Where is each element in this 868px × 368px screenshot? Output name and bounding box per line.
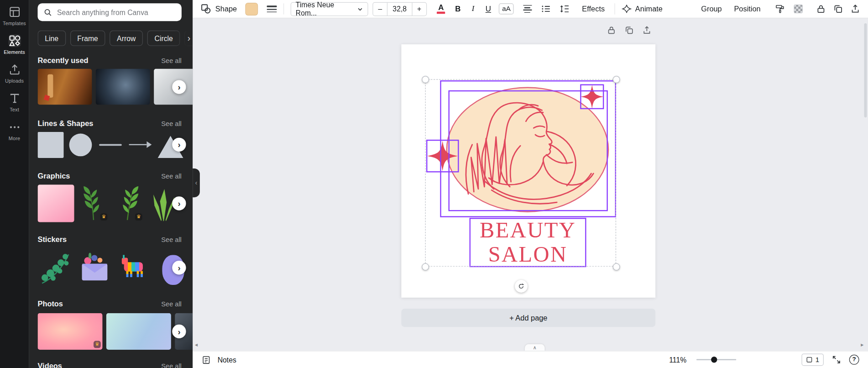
shape-circle[interactable] [68,131,94,158]
graphic-plant-sprig[interactable] [78,184,109,222]
font-size-value[interactable]: 32,8 [387,2,412,15]
chip-line[interactable]: Line [37,31,65,46]
lock-icon[interactable] [816,4,826,14]
effects-button[interactable]: Effects [582,5,605,13]
zoom-slider[interactable] [696,359,736,360]
group-button[interactable]: Group [701,5,722,13]
canvas-area[interactable]: BEAUTY SALON + Add page [193,18,868,351]
graphic-pink-gradient[interactable] [37,184,74,222]
page-indicator[interactable]: 1 [801,353,823,366]
hide-toolbar-chevron-icon[interactable] [525,344,545,351]
page-lock-icon[interactable] [607,26,616,35]
lines-shapes-next-button[interactable] [172,138,186,152]
transparency-icon[interactable] [794,5,802,13]
photo-teal-blue-gradient[interactable] [106,313,171,350]
zoom-slider-knob[interactable] [711,357,717,363]
duplicate-icon[interactable] [833,4,843,14]
page-duplicate-icon[interactable] [624,26,634,35]
sidebar-label: Elements [4,49,25,55]
stickers-row [37,249,193,287]
pro-crown-icon [94,341,101,348]
see-all-recently-used[interactable]: See all [161,57,182,65]
sidebar-item-elements[interactable]: Elements [0,30,29,59]
shape-line[interactable] [97,131,123,158]
line-spacing-icon[interactable] [560,4,570,14]
chips-next-icon[interactable] [174,31,193,46]
fullscreen-icon[interactable] [831,355,842,365]
font-size-decrease-button[interactable]: – [373,2,387,15]
sidebar-item-uploads[interactable]: Uploads [0,59,29,88]
recently-used-next-button[interactable] [172,80,186,94]
graphic-plant-branch[interactable] [113,184,144,222]
animate-button[interactable]: Animate [635,5,663,13]
position-button[interactable]: Position [734,5,760,13]
sidebar-item-text[interactable]: Text [0,88,29,116]
font-size-increase-button[interactable]: + [412,2,426,15]
see-all-lines-shapes[interactable]: See all [161,120,182,127]
text-align-icon[interactable] [523,5,533,13]
chip-arrow[interactable]: Arrow [110,31,143,46]
text-icon [8,92,21,105]
rotate-icon [518,283,525,290]
sidebar-item-more[interactable]: More [0,116,29,145]
recent-image-dark-portrait[interactable] [96,69,150,105]
sticker-envelope-flowers[interactable] [77,249,113,287]
scroll-right-arrow-icon[interactable] [861,342,863,347]
italic-button[interactable]: I [467,5,479,13]
notes-icon[interactable] [202,355,211,364]
shape-tool-icon[interactable] [200,3,211,14]
see-all-videos[interactable]: See all [161,363,182,368]
animate-sparkle-icon[interactable] [622,4,632,14]
selection-handle-bottom-right[interactable] [612,263,620,270]
chip-frame[interactable]: Frame [70,31,105,46]
page-share-icon[interactable] [642,26,652,35]
rotate-handle[interactable] [515,280,528,293]
sticker-pinata[interactable] [116,249,152,287]
section-title-photos: Photos [37,300,63,308]
help-icon[interactable] [849,355,859,365]
sidebar-item-templates[interactable]: Templates [0,1,29,30]
see-all-photos[interactable]: See all [161,300,182,308]
shape-arrow[interactable] [127,131,153,158]
fill-color-swatch[interactable] [245,2,258,15]
text-color-bar [437,12,445,14]
lines-shapes-row [37,131,193,158]
panel-collapse-icon[interactable] [193,168,200,197]
sticker-eucalyptus[interactable] [37,249,73,287]
photo-pink-orange-gradient[interactable] [37,313,102,350]
selection-handle-top-right[interactable] [612,76,620,83]
list-icon[interactable] [541,4,551,14]
pages-icon [806,357,813,363]
selection-handle-bottom-left[interactable] [422,263,429,270]
export-icon[interactable] [850,4,860,14]
graphics-row [37,184,193,222]
logo-text[interactable]: BEAUTY SALON [470,218,586,267]
font-family-dropdown[interactable]: Times Neue Rom... [291,2,368,16]
logo-text-line1: BEAUTY [470,218,586,242]
underline-button[interactable]: U [481,5,496,13]
design-page[interactable]: BEAUTY SALON [401,44,655,298]
see-all-stickers[interactable]: See all [161,236,182,244]
photos-next-button[interactable] [172,325,186,338]
text-case-button[interactable]: aA [499,3,514,14]
border-style-icon[interactable] [267,5,277,12]
shape-square[interactable] [37,131,63,158]
vertical-scrollbar[interactable] [864,23,867,117]
search-input[interactable] [57,8,176,16]
notes-button[interactable]: Notes [218,356,236,364]
shape-label[interactable]: Shape [215,5,237,13]
stickers-next-button[interactable] [172,261,186,274]
page-controls [607,26,651,35]
add-page-button[interactable]: + Add page [401,309,655,327]
recent-image-wooden-figure[interactable] [37,69,92,105]
see-all-graphics[interactable]: See all [161,173,182,180]
filter-chips: Line Frame Arrow Circle Square [37,31,193,46]
bold-button[interactable]: B [451,5,465,13]
selection-handle-top-left[interactable] [422,76,429,83]
search-bar[interactable] [37,3,181,21]
scroll-left-arrow-icon[interactable] [195,342,198,347]
copy-style-icon[interactable] [775,4,785,14]
text-color-button[interactable]: A [434,4,449,14]
status-bar: Notes 111% 1 [193,351,868,368]
graphics-next-button[interactable] [172,196,186,210]
